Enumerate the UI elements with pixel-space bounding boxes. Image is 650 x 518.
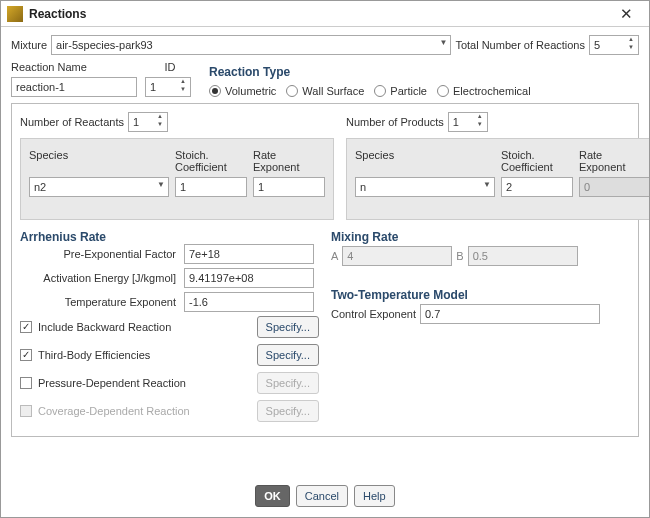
id-label: ID bbox=[145, 61, 195, 73]
mixing-rate-title: Mixing Rate bbox=[331, 230, 630, 244]
spin-up-icon[interactable]: ▲ bbox=[625, 36, 637, 44]
mixing-a-label: A bbox=[331, 250, 338, 262]
ok-button[interactable]: OK bbox=[255, 485, 290, 507]
mixing-a-input bbox=[342, 246, 452, 266]
reactants-panel: Species Stoich. Coefficient Rate Exponen… bbox=[20, 138, 334, 220]
app-icon bbox=[7, 6, 23, 22]
window-title: Reactions bbox=[29, 7, 609, 21]
radio-volumetric[interactable]: Volumetric bbox=[209, 85, 276, 97]
check-third-body[interactable]: ✓Third-Body Efficiencies Specify... bbox=[20, 344, 319, 366]
products-stoich-header: Stoich. Coefficient bbox=[501, 149, 573, 173]
check-coverage-dependent: Coverage-Dependent Reaction Specify... bbox=[20, 400, 319, 422]
product-rate-input bbox=[579, 177, 649, 197]
product-species-combo[interactable] bbox=[355, 177, 495, 197]
reactants-species-header: Species bbox=[29, 149, 169, 173]
reactants-rate-header: Rate Exponent bbox=[253, 149, 325, 173]
two-temp-title: Two-Temperature Model bbox=[331, 288, 630, 302]
activation-energy-label: Activation Energy [J/kgmol] bbox=[20, 272, 180, 284]
radio-electrochemical[interactable]: Electrochemical bbox=[437, 85, 531, 97]
reaction-name-label: Reaction Name bbox=[11, 61, 141, 73]
help-button[interactable]: Help bbox=[354, 485, 395, 507]
mixing-b-input bbox=[468, 246, 578, 266]
reactions-dialog: Reactions ✕ Mixture ▼ Total Number of Re… bbox=[0, 0, 650, 518]
spin-up-icon[interactable]: ▲ bbox=[177, 78, 189, 86]
mixing-b-label: B bbox=[456, 250, 463, 262]
products-panel: Species Stoich. Coefficient Rate Exponen… bbox=[346, 138, 649, 220]
mixture-combo[interactable] bbox=[51, 35, 451, 55]
product-stoich-input[interactable] bbox=[501, 177, 573, 197]
radio-particle[interactable]: Particle bbox=[374, 85, 427, 97]
reaction-name-input[interactable] bbox=[11, 77, 137, 97]
spin-down-icon[interactable]: ▼ bbox=[177, 86, 189, 94]
reactant-species-combo[interactable] bbox=[29, 177, 169, 197]
temp-exponent-label: Temperature Exponent bbox=[20, 296, 180, 308]
pre-exp-input[interactable] bbox=[184, 244, 314, 264]
close-icon[interactable]: ✕ bbox=[609, 5, 643, 23]
spin-down-icon[interactable]: ▼ bbox=[625, 44, 637, 52]
specify-thirdbody-button[interactable]: Specify... bbox=[257, 344, 319, 366]
specify-coverage-button: Specify... bbox=[257, 400, 319, 422]
num-products-label: Number of Products bbox=[346, 116, 444, 128]
products-species-header: Species bbox=[355, 149, 495, 173]
cancel-button[interactable]: Cancel bbox=[296, 485, 348, 507]
total-reactions-label: Total Number of Reactions bbox=[455, 39, 585, 51]
mixture-label: Mixture bbox=[11, 39, 47, 51]
activation-energy-input[interactable] bbox=[184, 268, 314, 288]
pre-exp-label: Pre-Exponential Factor bbox=[20, 248, 180, 260]
reaction-type-label: Reaction Type bbox=[209, 65, 639, 79]
dialog-footer: OK Cancel Help bbox=[1, 477, 649, 517]
control-exponent-input[interactable] bbox=[420, 304, 600, 324]
reactants-stoich-header: Stoich. Coefficient bbox=[175, 149, 247, 173]
radio-wall-surface[interactable]: Wall Surface bbox=[286, 85, 364, 97]
products-rate-header: Rate Exponent bbox=[579, 149, 649, 173]
reactant-stoich-input[interactable] bbox=[175, 177, 247, 197]
temp-exponent-input[interactable] bbox=[184, 292, 314, 312]
titlebar: Reactions ✕ bbox=[1, 1, 649, 27]
reactant-rate-input[interactable] bbox=[253, 177, 325, 197]
specify-backward-button[interactable]: Specify... bbox=[257, 316, 319, 338]
arrhenius-title: Arrhenius Rate bbox=[20, 230, 319, 244]
check-pressure-dependent[interactable]: Pressure-Dependent Reaction Specify... bbox=[20, 372, 319, 394]
specify-pressure-button: Specify... bbox=[257, 372, 319, 394]
check-backward-reaction[interactable]: ✓Include Backward Reaction Specify... bbox=[20, 316, 319, 338]
control-exponent-label: Control Exponent bbox=[331, 308, 416, 320]
num-reactants-label: Number of Reactants bbox=[20, 116, 124, 128]
